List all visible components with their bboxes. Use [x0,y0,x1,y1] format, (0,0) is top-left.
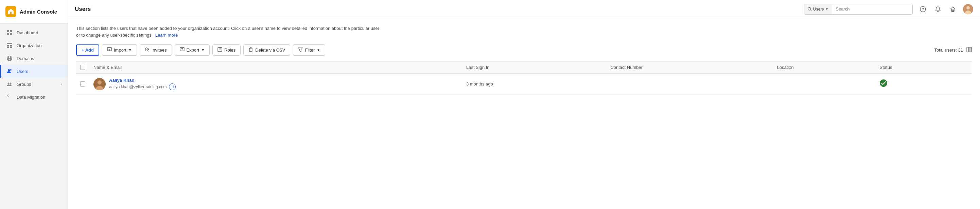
svg-rect-1 [10,30,12,32]
svg-point-13 [10,69,11,71]
table-row: Aaliya Khan aaliya.khan@zylkertraining.c… [76,74,972,95]
svg-rect-34 [218,48,222,52]
invitees-button[interactable]: Invitees [140,44,172,55]
search-scope-chevron: ▼ [825,7,829,11]
user-email-row: aaliya.khan@zylkertraining.com +1 [109,84,176,90]
row-actions-cell [961,74,972,95]
search-scope-icon [808,7,812,11]
sidebar-item-organization[interactable]: Organization [0,39,68,52]
app-logo [5,6,16,17]
svg-rect-43 [969,47,970,52]
filter-chevron-icon: ▼ [317,48,320,52]
sidebar-item-domains-label: Domains [17,56,34,61]
invitees-button-label: Invitees [151,48,167,52]
toolbar: + Add Import ▼ Invitees Export [76,44,972,55]
delete-csv-button[interactable]: Delete via CSV [243,44,290,55]
total-users-label: Total users: 31 [934,48,963,52]
add-button[interactable]: + Add [76,44,99,55]
sidebar-item-groups[interactable]: Groups › [0,78,68,90]
filter-button-label: Filter [305,48,315,52]
row-status-cell [876,74,961,95]
search-scope-label: Users [813,7,824,11]
users-icon [6,68,13,74]
user-avatar [94,78,106,90]
header-checkbox-cell [76,62,89,74]
delete-csv-icon [248,47,253,53]
svg-point-29 [145,48,148,50]
help-icon[interactable]: ? [918,5,928,14]
groups-icon [6,81,13,87]
svg-point-15 [10,83,11,84]
toolbar-right: Total users: 31 [934,47,972,54]
svg-rect-4 [7,43,12,44]
notifications-icon[interactable] [933,5,943,14]
svg-rect-6 [10,45,12,46]
filter-button[interactable]: Filter ▼ [293,44,325,55]
svg-line-17 [8,96,8,97]
sidebar-item-domains[interactable]: Domains [0,52,68,65]
roles-button-label: Roles [224,48,235,52]
sidebar-item-organization-label: Organization [17,43,42,48]
svg-line-19 [811,10,812,11]
row-last-signin-cell: 3 months ago [462,74,606,95]
main-content: Users Users ▼ ? Thi [68,0,980,209]
user-name[interactable]: Aaliya Khan [109,78,176,83]
roles-icon [218,47,222,53]
svg-text:?: ? [922,7,924,11]
search-input[interactable] [832,4,912,14]
import-chevron-icon: ▼ [129,48,132,52]
groups-chevron-icon: › [61,82,62,86]
export-chevron-icon: ▼ [201,48,205,52]
select-all-checkbox[interactable] [80,65,85,70]
export-icon [180,47,185,53]
svg-point-48 [880,79,887,87]
user-cell: Aaliya Khan aaliya.khan@zylkertraining.c… [94,78,458,90]
sidebar-item-groups-label: Groups [17,82,31,87]
status-active-icon [880,81,887,88]
sidebar-nav: Dashboard Organization Domains Users Gro [0,24,68,209]
data-migration-icon [6,94,13,100]
svg-rect-42 [967,47,968,52]
columns-icon[interactable] [966,47,972,54]
home-icon[interactable] [948,5,958,14]
row-checkbox-cell [76,74,89,95]
invitees-icon [145,47,150,53]
svg-rect-3 [10,33,12,35]
page-title: Users [75,6,804,13]
row-location-cell [773,74,875,95]
svg-point-14 [8,83,10,84]
topbar-icons: ? [918,4,973,14]
import-button-label: Import [114,48,126,52]
email-badge[interactable]: +1 [169,84,176,90]
row-checkbox[interactable] [80,81,85,87]
description-text: This section lists the users that have b… [76,25,382,38]
svg-rect-2 [7,33,9,35]
sidebar-item-users[interactable]: Users [0,65,68,78]
sidebar-header: Admin Console [0,0,68,24]
sidebar-item-data-migration-label: Data Migration [17,95,46,100]
avatar[interactable] [963,4,973,14]
svg-point-12 [8,69,10,71]
sidebar-item-users-label: Users [17,69,28,74]
delete-csv-button-label: Delete via CSV [255,48,285,52]
svg-rect-7 [7,46,9,48]
last-signin-value: 3 months ago [466,81,493,87]
learn-more-link[interactable]: Learn more [155,33,178,38]
header-location: Location [773,62,875,74]
sidebar-item-dashboard[interactable]: Dashboard [0,26,68,39]
svg-rect-23 [952,10,953,11]
header-actions [961,62,972,74]
header-status: Status [876,62,961,74]
export-button[interactable]: Export ▼ [175,44,210,55]
row-contact-cell [606,74,773,95]
svg-rect-44 [970,47,972,52]
sidebar: Admin Console Dashboard Organization Dom… [0,0,68,209]
import-button[interactable]: Import ▼ [102,44,137,55]
search-bar: Users ▼ [804,4,913,14]
sidebar-item-data-migration[interactable]: Data Migration [0,90,68,103]
roles-button[interactable]: Roles [212,44,240,55]
add-button-label: + Add [81,48,94,52]
row-name-email-cell: Aaliya Khan aaliya.khan@zylkertraining.c… [89,74,462,95]
sidebar-item-dashboard-label: Dashboard [17,30,38,35]
search-scope-selector[interactable]: Users ▼ [804,4,832,14]
